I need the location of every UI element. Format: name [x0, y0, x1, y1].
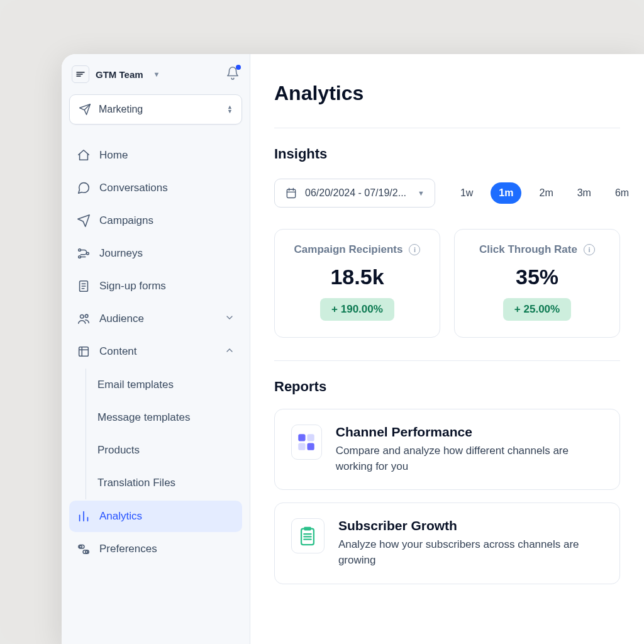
reports-heading: Reports — [274, 379, 620, 395]
report-subscriber-growth[interactable]: Subscriber Growth Analyze how your subsc… — [274, 502, 620, 584]
insights-heading: Insights — [274, 146, 620, 162]
org-switcher[interactable]: GTM Team ▼ — [72, 65, 160, 83]
nav-analytics[interactable]: Analytics — [69, 501, 242, 532]
divider — [274, 360, 620, 361]
workspace-selector[interactable]: Marketing ▲▼ — [69, 94, 242, 125]
nav-item-label: Home — [99, 149, 128, 162]
chevron-down-icon — [225, 313, 235, 326]
clipboard-icon — [297, 525, 318, 547]
svg-point-4 — [80, 315, 84, 319]
svg-rect-14 — [299, 443, 306, 450]
nav-item-label: Sign-up forms — [99, 280, 166, 292]
users-icon — [77, 312, 91, 326]
send-icon — [77, 214, 91, 228]
stat-label-row: Campaign Recipients i — [275, 243, 440, 256]
insights-controls: 06/20/2024 - 07/19/2... ▼ 1w 1m 2m 3m 6m… — [274, 179, 620, 208]
notifications-button[interactable] — [226, 66, 240, 82]
stat-card-ctr[interactable]: Click Through Rate i 35% + 25.00% — [454, 229, 620, 338]
svg-rect-12 — [299, 434, 306, 441]
svg-rect-17 — [304, 527, 311, 531]
stat-value: 35% — [455, 265, 619, 289]
paper-plane-icon — [79, 103, 91, 116]
org-logo-icon — [72, 65, 89, 83]
svg-rect-13 — [308, 434, 314, 441]
report-description: Analyze how your subscribers across chan… — [338, 537, 603, 568]
svg-point-8 — [80, 546, 82, 548]
nav-item-label: Analytics — [99, 510, 142, 523]
nav-audience[interactable]: Audience — [69, 303, 242, 335]
stat-delta: + 190.00% — [320, 298, 394, 321]
content-icon — [77, 345, 91, 358]
svg-rect-11 — [287, 189, 295, 197]
report-icon-grid — [291, 425, 322, 460]
nav-item-label: Audience — [99, 313, 144, 325]
workspace-label: Marketing — [99, 104, 219, 115]
sidebar: GTM Team ▼ Marketing ▲▼ Home Conversatio… — [62, 54, 250, 644]
analytics-icon — [77, 509, 91, 523]
subnav-products[interactable]: Products — [89, 434, 242, 467]
stat-value: 18.5k — [275, 265, 440, 289]
main-content: Analytics Insights 06/20/2024 - 07/19/2.… — [250, 54, 644, 644]
grid-icon — [296, 431, 317, 453]
report-title: Subscriber Growth — [338, 518, 603, 533]
nav-item-label: Preferences — [99, 543, 157, 555]
nav-home[interactable]: Home — [69, 140, 242, 171]
svg-point-5 — [85, 314, 88, 318]
insight-cards: Campaign Recipients i 18.5k + 190.00% Cl… — [274, 229, 620, 338]
app-background: GTM Team ▼ Marketing ▲▼ Home Conversatio… — [0, 0, 644, 644]
range-chip-6m[interactable]: 6m — [609, 184, 635, 203]
sidebar-nav: Home Conversations Campaigns Journeys Si… — [69, 140, 242, 565]
org-name: GTM Team — [96, 69, 143, 80]
nav-journeys[interactable]: Journeys — [69, 238, 242, 269]
nav-item-label: Conversations — [99, 182, 168, 194]
report-description: Compare and analyze how different channe… — [336, 443, 603, 474]
app-window: GTM Team ▼ Marketing ▲▼ Home Conversatio… — [62, 54, 644, 644]
svg-rect-15 — [308, 443, 314, 450]
report-icon-clipboard — [291, 518, 325, 553]
time-range-chips: 1w 1m 2m 3m 6m 1y — [454, 182, 644, 204]
nav-item-label: Content — [99, 345, 137, 358]
range-chip-1m[interactable]: 1m — [491, 182, 521, 204]
nav-signup-forms[interactable]: Sign-up forms — [69, 270, 242, 302]
home-icon — [77, 148, 91, 162]
reports-list: Channel Performance Compare and analyze … — [274, 409, 620, 584]
report-title: Channel Performance — [336, 425, 603, 440]
stat-card-recipients[interactable]: Campaign Recipients i 18.5k + 190.00% — [274, 229, 440, 338]
date-range-text: 06/20/2024 - 07/19/2... — [305, 187, 406, 199]
chevrons-up-down-icon: ▲▼ — [227, 105, 233, 114]
content-submenu: Email templates Message templates Produc… — [86, 369, 242, 499]
info-icon[interactable]: i — [584, 244, 595, 255]
subnav-email-templates[interactable]: Email templates — [89, 369, 242, 401]
date-range-picker[interactable]: 06/20/2024 - 07/19/2... ▼ — [274, 179, 435, 208]
page-title: Analytics — [274, 82, 620, 105]
report-channel-performance[interactable]: Channel Performance Compare and analyze … — [274, 409, 620, 490]
stat-delta: + 25.00% — [503, 298, 571, 321]
range-chip-2m[interactable]: 2m — [533, 184, 559, 203]
nav-content[interactable]: Content — [69, 336, 242, 367]
caret-down-icon: ▼ — [153, 70, 160, 78]
subnav-translation-files[interactable]: Translation Files — [89, 467, 242, 499]
calendar-icon — [285, 187, 297, 199]
stat-label-row: Click Through Rate i — [455, 243, 619, 256]
nav-campaigns[interactable]: Campaigns — [69, 205, 242, 236]
caret-down-icon: ▼ — [418, 189, 425, 197]
chat-icon — [77, 181, 91, 195]
stat-label: Campaign Recipients — [294, 243, 403, 256]
divider — [274, 128, 620, 128]
form-icon — [77, 279, 91, 293]
nav-preferences[interactable]: Preferences — [69, 533, 242, 565]
journey-icon — [77, 247, 91, 260]
svg-point-10 — [86, 551, 88, 553]
range-chip-3m[interactable]: 3m — [571, 184, 597, 203]
stat-label: Click Through Rate — [479, 243, 577, 256]
info-icon[interactable]: i — [409, 244, 420, 255]
range-chip-1w[interactable]: 1w — [454, 184, 479, 203]
chevron-up-icon — [225, 345, 235, 358]
nav-conversations[interactable]: Conversations — [69, 172, 242, 204]
subnav-message-templates[interactable]: Message templates — [89, 401, 242, 434]
nav-item-label: Campaigns — [99, 214, 153, 227]
nav-item-label: Journeys — [99, 247, 143, 260]
notification-badge — [236, 65, 241, 70]
org-switcher-row: GTM Team ▼ — [69, 63, 242, 86]
sliders-icon — [77, 542, 91, 556]
